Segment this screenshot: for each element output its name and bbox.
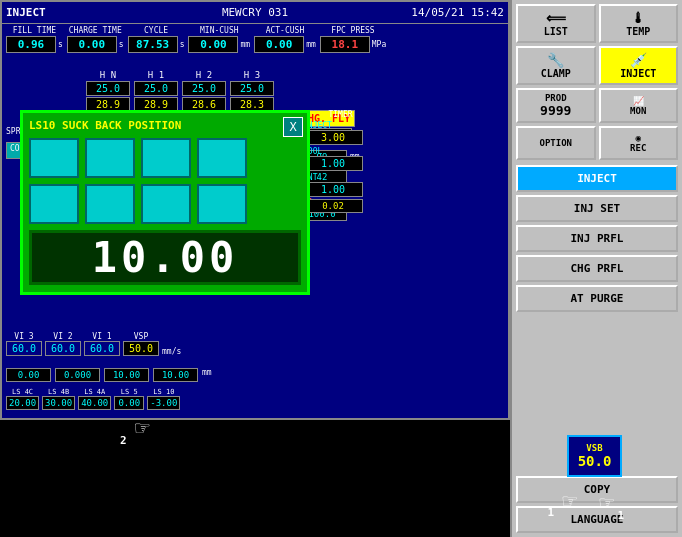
suckback-number: 10.00 [92,233,238,282]
h1-top[interactable]: 25.0 [134,81,178,96]
inj-set-menu-btn[interactable]: INJ SET [516,195,678,222]
ls5-label: LS 5 [121,388,138,396]
clamp-btn[interactable]: 🔧 CLAMP [516,46,596,85]
rec-icon: ◉ [636,133,641,143]
vi3-value[interactable]: 60.0 [6,341,42,356]
ls4c-value[interactable]: 20.00 [6,396,39,410]
suckback-btn-1[interactable] [85,138,135,178]
vsb-display[interactable]: VSB 50.0 [567,435,622,477]
h3-cell: H 3 25.0 28.3 [230,70,274,112]
cycle-label: CYCLE [144,26,168,36]
ls4a-value[interactable]: 40.00 [78,396,111,410]
cycle-value[interactable]: 87.53 [128,36,178,53]
bot-val-1[interactable]: 0.000 [55,368,100,382]
ls4a-label: LS 4A [84,388,105,396]
vs-vi2: VI 2 60.0 [45,332,81,356]
suckback-grid [29,138,301,224]
h-values-row: H N 25.0 28.9 H 1 25.0 28.9 H 2 25.0 28.… [82,68,508,114]
list-btn[interactable]: ⟸ LIST [516,4,596,43]
mon-label: MON [630,106,646,116]
timer-inject-val[interactable]: 3.00 [303,130,363,145]
bot-cell-0: 0.00 [6,368,51,382]
copy-btn[interactable]: COPY [516,476,678,503]
right-mid-grid: 🔧 CLAMP 💉 INJECT [516,46,678,85]
header-machine: MEWCRY 031 [172,6,338,19]
inj-prfl-menu-btn[interactable]: INJ PRFL [516,225,678,252]
ls4b-value[interactable]: 30.00 [42,396,75,410]
ls4c-label: LS 4C [12,388,33,396]
min-cush-value[interactable]: 0.00 [188,36,238,53]
ls-4c: LS 4C 20.00 [6,388,39,410]
rec-btn[interactable]: ◉ REC [599,126,679,160]
bot-val-2[interactable]: 10.00 [104,368,149,382]
suckback-btn-0[interactable] [29,138,79,178]
h1-cell: H 1 25.0 28.9 [134,70,178,112]
min-cush-label: MIN-CUSH [200,26,239,36]
prod-mon-grid: PROD 9999 📈 MON [516,88,678,123]
h1-label: H 1 [148,70,164,80]
suckback-btn-2[interactable] [141,138,191,178]
mon-icon: 📈 [633,96,644,106]
vsb-value: 50.0 [578,453,612,469]
fill-time-value[interactable]: 0.96 [6,36,56,53]
inject-menu-btn[interactable]: INJECT [516,165,678,192]
timer-extra-val[interactable]: 0.02 [303,199,363,213]
header-datetime: 14/05/21 15:42 [338,6,504,19]
h2-top[interactable]: 25.0 [182,81,226,96]
prod-btn[interactable]: PROD 9999 [516,88,596,123]
hn-top[interactable]: 25.0 [86,81,130,96]
vsp-value[interactable]: 50.0 [123,341,159,356]
suckback-btn-5[interactable] [85,184,135,224]
temp-icon: 🌡 [631,10,645,26]
hn-label: H N [100,70,116,80]
fpc-press-value[interactable]: 18.1 [320,36,370,53]
timer-inject-item: INJECT 3.00 [303,121,378,145]
vs-unit: mm/s [162,347,181,356]
pointer-finger-1: ☞ [563,487,577,515]
bot-val-0[interactable]: 0.00 [6,368,51,382]
option-label: OPTION [539,138,572,148]
h2-label: H 2 [196,70,212,80]
vi1-value[interactable]: 60.0 [84,341,120,356]
vs-vi1: VI 1 60.0 [84,332,120,356]
act-cush-value[interactable]: 0.00 [254,36,304,53]
header-mode: INJECT [6,6,172,19]
min-cush-unit: mm [240,40,250,49]
at-purge-menu-btn[interactable]: AT PURGE [516,285,678,312]
ls5-value[interactable]: 0.00 [114,396,144,410]
temp-btn[interactable]: 🌡 TEMP [599,4,679,43]
rec-label: REC [630,143,646,153]
inject-btn[interactable]: 💉 INJECT [599,46,679,85]
timer-main-label: TIMER [303,110,378,119]
charge-time-label: CHARGE TIME [69,26,122,36]
act-cush-cell: ACT-CUSH 0.00 mm [254,26,316,53]
pointer-finger-2: ☞ [135,414,149,442]
ls10-value[interactable]: -3.00 [147,396,180,410]
option-btn[interactable]: OPTION [516,126,596,160]
vi3-label: VI 3 [14,332,33,341]
right-bottom: COPY LANGUAGE [516,476,678,533]
vi2-value[interactable]: 60.0 [45,341,81,356]
suckback-btn-3[interactable] [197,138,247,178]
prod-label: PROD [545,93,567,103]
charge-time-value[interactable]: 0.00 [67,36,117,53]
chg-prfl-menu-btn[interactable]: CHG PRFL [516,255,678,282]
prod-value: 9999 [540,103,571,118]
h3-top[interactable]: 25.0 [230,81,274,96]
bot-val-3[interactable]: 10.00 [153,368,198,382]
timer-cool-val[interactable]: 1.00 [303,156,363,171]
cycle-cell: CYCLE 87.53 s [128,26,185,53]
mon-btn[interactable]: 📈 MON [599,88,679,123]
suckback-btn-6[interactable] [141,184,191,224]
suckback-btn-7[interactable] [197,184,247,224]
pointer-label-1: 1 [547,506,554,519]
suckback-btn-4[interactable] [29,184,79,224]
timer-int-val[interactable]: 1.00 [303,182,363,197]
vi1-label: VI 1 [92,332,111,341]
language-btn[interactable]: LANGUAGE [516,506,678,533]
fill-time-cell: FILL TIME 0.96 s [6,26,63,53]
timer-extra-item: 0.02 s [303,199,378,221]
right-top-grid: ⟸ LIST 🌡 TEMP [516,4,678,43]
suckback-close-btn[interactable]: X [283,117,303,137]
right-menu: INJECT INJ SET INJ PRFL CHG PRFL AT PURG… [516,165,678,312]
